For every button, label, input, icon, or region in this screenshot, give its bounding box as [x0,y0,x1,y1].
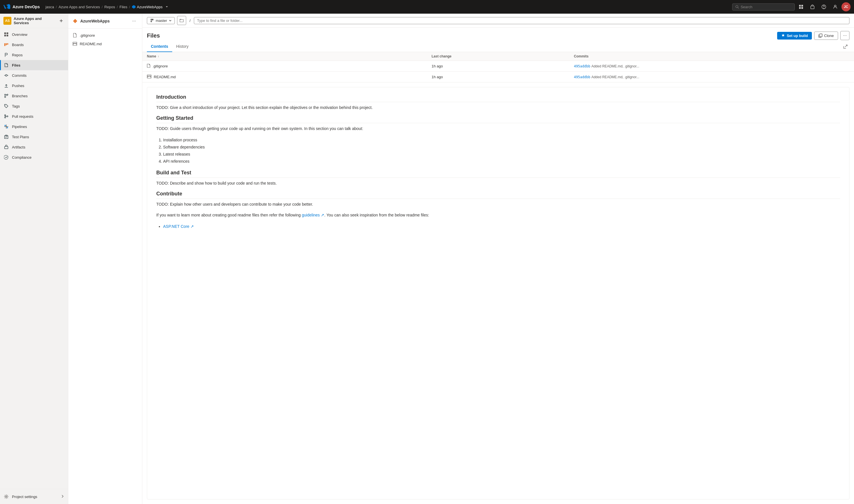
more-options-btn[interactable]: ··· [840,31,850,40]
breadcrumb-user[interactable]: jasca [46,5,54,9]
sidebar-item-label: Files [12,63,20,67]
artifacts-icon [3,144,9,150]
files-topbar: master / [142,14,854,28]
help-btn[interactable] [819,2,829,12]
grid-view-btn[interactable] [796,2,806,12]
commit-cell: 495addbb Added README.md, .gitignor... [569,61,854,72]
commit-hash[interactable]: 495addbb [574,75,590,79]
sidebar-item-compliance[interactable]: Compliance [0,152,68,162]
svg-rect-37 [820,34,822,37]
search-box[interactable] [732,3,795,11]
sidebar-item-repos[interactable]: Repos [0,50,68,60]
sidebar-item-pipelines[interactable]: Pipelines [0,122,68,132]
branch-name: master [156,18,167,23]
table-row[interactable]: .gitignore 1h ago 495addbb Added README.… [142,61,854,72]
expand-btn[interactable] [841,43,850,51]
branches-icon [3,93,9,99]
col-commits[interactable]: Commits [569,52,854,61]
breadcrumb-section[interactable]: Repos [104,5,115,9]
avatar[interactable]: JC [841,2,851,11]
repo-panel-header: AzureWebApps ··· [68,14,142,29]
svg-point-32 [6,496,7,498]
chevron-down-icon [169,19,172,22]
sidebar-item-label: Commits [12,73,27,78]
commits-icon [3,73,9,78]
breadcrumb: jasca / Azure Apps and Services / Repos … [46,5,169,9]
svg-rect-16 [4,43,5,46]
last-change-cell: 1h ago [427,61,569,72]
table-row[interactable]: README.md 1h ago 495addbb Added README.m… [142,72,854,83]
tab-contents[interactable]: Contents [147,41,172,52]
col-last-change[interactable]: Last change [427,52,569,61]
sidebar-item-label: Project settings [12,494,37,499]
setup-build-btn[interactable]: Set up build [777,32,812,39]
sidebar-item-label: Compliance [12,155,32,160]
file-name-cell[interactable]: README.md [142,72,427,83]
pull-requests-icon [3,113,9,119]
sidebar-item-pull-requests[interactable]: Pull requests [0,111,68,122]
sidebar-item-artifacts[interactable]: Artifacts [0,142,68,152]
tab-history[interactable]: History [172,41,193,52]
add-project-btn[interactable] [58,17,65,24]
readme-getting-started-text: TODO: Guide users through getting your c… [156,125,840,132]
sidebar-item-files[interactable]: Files [0,60,68,70]
sidebar-item-label: Repos [12,53,23,57]
search-input[interactable] [741,5,792,9]
sidebar-item-label: Artifacts [12,145,25,149]
person-btn[interactable] [830,2,840,12]
sidebar-item-tags[interactable]: Tags [0,101,68,111]
list-item: Latest releases [163,151,840,158]
shopping-bag-btn[interactable] [807,2,818,12]
branch-selector[interactable]: master [147,17,175,24]
aspnet-link[interactable]: ASP.NET Core ↗ [163,224,194,229]
svg-rect-2 [799,5,801,6]
repo-more-btn[interactable]: ··· [130,17,138,25]
path-input[interactable] [194,17,850,24]
file-name-cell[interactable]: .gitignore [142,61,427,72]
brand[interactable]: Azure DevOps [3,3,40,10]
svg-rect-4 [799,7,801,9]
file-name: README.md [80,42,102,46]
sidebar-item-branches[interactable]: Branches [0,91,68,101]
sidebar-item-settings[interactable]: Project settings [0,491,68,502]
readme-build-test-text: TODO: Describe and show how to build you… [156,180,840,186]
file-name: README.md [154,75,176,79]
svg-point-19 [5,74,7,76]
sidebar: AS Azure Apps and Services Overview Boar… [0,14,68,504]
commit-hash[interactable]: 495addbb [574,64,590,68]
repo-file-list: .gitignore README.md [68,29,142,50]
breadcrumb-org[interactable]: Azure Apps and Services [59,5,100,9]
guidelines-link[interactable]: guidelines ↗ [302,213,324,217]
list-item[interactable]: ASP.NET Core ↗ [163,223,840,230]
commit-msg: Added README.md, .gitignor... [591,64,639,68]
help-icon [822,4,826,9]
files-title-bar: Files Set up build Clone ··· [142,28,854,40]
sidebar-item-label: Branches [12,94,28,98]
list-item[interactable]: README.md [68,39,142,48]
shopping-bag-icon [810,4,815,9]
sidebar-item-boards[interactable]: Boards [0,39,68,50]
readme-heading-getting-started: Getting Started [156,115,840,123]
readme-contribute-text: TODO: Explain how other users and develo… [156,201,840,208]
main-layout: AS Azure Apps and Services Overview Boar… [0,14,854,504]
svg-rect-31 [4,146,8,149]
sidebar-item-test-plans[interactable]: Test Plans [0,132,68,142]
sidebar-item-label: Pull requests [12,114,33,119]
list-item: API references [163,158,840,165]
col-name[interactable]: Name ↑ [142,52,427,61]
clone-btn[interactable]: Clone [814,32,838,40]
sidebar-item-overview[interactable]: Overview [0,29,68,39]
breadcrumb-repo: AzureWebApps [132,5,169,9]
org-avatar: AS [3,17,12,25]
svg-rect-6 [811,6,814,9]
sidebar-item-pushes[interactable]: Pushes [0,80,68,91]
list-item[interactable]: .gitignore [68,31,142,39]
sidebar-item-label: Pushes [12,84,24,88]
repo-icon [132,5,136,9]
commit-msg: Added README.md, .gitignor... [591,75,639,79]
overview-icon [3,32,9,37]
folder-btn[interactable] [177,16,186,25]
sidebar-item-commits[interactable]: Commits [0,70,68,80]
test-plans-icon [3,134,9,140]
breadcrumb-subsection[interactable]: Files [120,5,127,9]
